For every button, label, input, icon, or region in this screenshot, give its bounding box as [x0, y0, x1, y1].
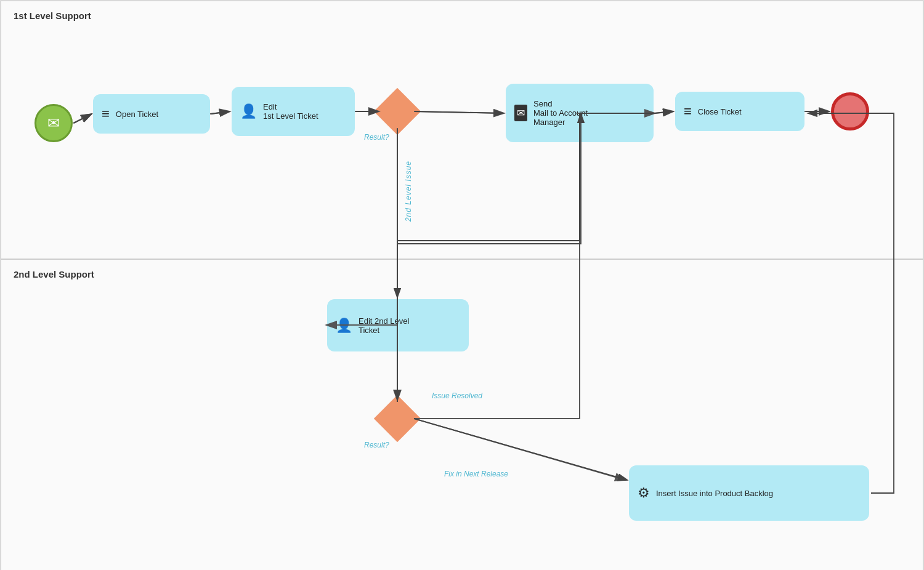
lane-2-label: 2nd Level Support	[14, 269, 94, 279]
envelope-icon: ✉	[47, 114, 60, 132]
close-ticket-label: Close Ticket	[698, 107, 742, 116]
issue-resolved-label: Issue Resolved	[432, 391, 482, 400]
mail-dark-icon: ✉	[514, 105, 527, 121]
gateway-2-label: Result?	[364, 441, 389, 449]
lane-1-label: 1st Level Support	[14, 10, 91, 21]
ticket-icon-close: ≡	[684, 103, 692, 119]
close-ticket-task[interactable]: ≡ Close Ticket	[675, 92, 804, 131]
2nd-level-issue-label: 2nd Level Issue	[404, 161, 413, 222]
edit-1st-label: Edit1st Level Ticket	[263, 102, 318, 121]
open-ticket-label: Open Ticket	[116, 110, 158, 119]
diagram-container: 1st Level Support 2nd Level Support ✉ ≡ …	[0, 0, 924, 570]
open-ticket-task[interactable]: ≡ Open Ticket	[93, 94, 210, 134]
ticket-icon: ≡	[102, 106, 110, 122]
gear-icon: ⚙	[638, 485, 650, 501]
person-icon-2nd: 👤	[336, 318, 352, 334]
fix-next-release-label: Fix in Next Release	[444, 470, 508, 478]
send-mail-label: SendMail to AccountManager	[533, 99, 588, 127]
edit-2nd-label: Edit 2nd LevelTicket	[359, 316, 409, 335]
end-event	[831, 92, 869, 130]
person-icon-1st: 👤	[240, 103, 257, 119]
insert-issue-task[interactable]: ⚙ Insert Issue into Product Backlog	[629, 465, 869, 521]
gateway-1-label: Result?	[364, 133, 389, 142]
send-mail-task[interactable]: ✉ SendMail to AccountManager	[506, 84, 654, 142]
edit-1st-task[interactable]: 👤 Edit1st Level Ticket	[232, 87, 355, 136]
edit-2nd-task[interactable]: 👤 Edit 2nd LevelTicket	[327, 299, 469, 351]
start-event: ✉	[34, 104, 73, 142]
insert-issue-label: Insert Issue into Product Backlog	[656, 489, 773, 498]
